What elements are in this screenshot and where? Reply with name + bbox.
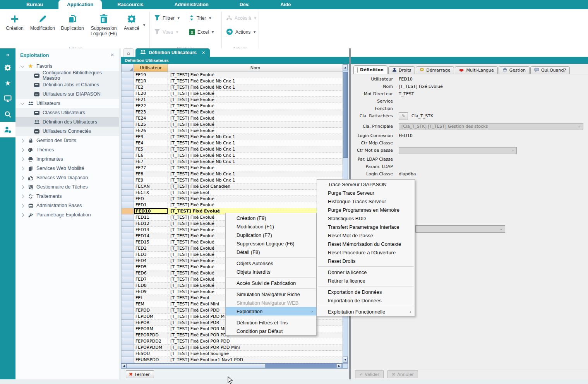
table-row[interactable]: FE24[T_TEST] Fixé Evolué bbox=[121, 115, 343, 122]
cell-utilisateur[interactable]: FE4 bbox=[134, 140, 168, 146]
context-creation-f9[interactable]: Création (F9) bbox=[226, 214, 316, 222]
table-row[interactable]: FE20[T_TEST] Fixé Evolué bbox=[121, 91, 343, 97]
cell-utilisateur[interactable]: FEPOR bbox=[134, 320, 168, 326]
scroll-right-icon[interactable]: ▶ bbox=[336, 363, 342, 368]
row-selector[interactable] bbox=[121, 91, 134, 97]
sidebar-item-classes-utilisateurs[interactable]: Classes Utilisateurs bbox=[15, 108, 119, 117]
row-selector[interactable] bbox=[121, 276, 134, 283]
cell-utilisateur[interactable]: FE6 bbox=[134, 153, 168, 159]
cell-utilisateur[interactable]: FED6 bbox=[134, 270, 168, 276]
cell-utilisateur[interactable]: FEPDDM bbox=[134, 314, 168, 320]
submenu-importation-de-donnees[interactable]: Importation de Données bbox=[317, 296, 415, 305]
context-condition-par-defaut[interactable]: Condition par Défaut bbox=[226, 327, 316, 335]
row-selector[interactable] bbox=[121, 326, 134, 332]
cell-utilisateur[interactable]: FE8 bbox=[134, 171, 168, 177]
row-selector[interactable] bbox=[121, 78, 134, 84]
fermer-button[interactable]: ✖ Fermer bbox=[126, 370, 154, 378]
cell-nom[interactable]: [T_TEST] Fixé Evolué Nb Cnx 1 bbox=[168, 153, 343, 159]
row-selector[interactable] bbox=[121, 171, 134, 177]
table-row[interactable]: FE2[T_TEST] Fixé Evolué Nb Cnx 1 bbox=[121, 84, 343, 91]
cell-utilisateur[interactable]: FED5 bbox=[134, 264, 168, 270]
tab-droits[interactable]: Droits bbox=[388, 66, 415, 74]
row-selector[interactable] bbox=[121, 332, 134, 338]
row-selector[interactable] bbox=[121, 208, 134, 214]
trier-button[interactable]: Trier ▼ bbox=[189, 13, 212, 23]
cell-nom[interactable]: [T_TEST] Fixé Evolué bbox=[168, 91, 343, 97]
context-definition-filtres-et-tris[interactable]: Définition Filtres et Tris bbox=[226, 318, 316, 327]
scroll-left-icon[interactable]: ◀ bbox=[121, 363, 127, 368]
table-row[interactable]: FE7[T_TEST] Fixé Evolué Nb Cnx 1 bbox=[121, 159, 343, 165]
cell-utilisateur[interactable]: FE26 bbox=[134, 128, 168, 134]
table-row[interactable]: FECAN[T_TEST] Fixé Evol Canadien bbox=[121, 183, 343, 190]
cell-nom[interactable]: [T_TEST] Fixé Evolué bbox=[168, 165, 343, 171]
menu-application[interactable]: Application bbox=[58, 0, 102, 9]
menu-bureau[interactable]: Bureau bbox=[11, 0, 58, 9]
cell-nom[interactable]: [T_TEST] Fixé Evol POR PDD bbox=[168, 338, 343, 345]
cell-utilisateur[interactable]: FE77 bbox=[134, 165, 168, 171]
cell-utilisateur[interactable]: FED3 bbox=[134, 252, 168, 258]
sidebar-item-parametrage-exploitation[interactable]: Paramétrage Exploitation bbox=[15, 210, 119, 219]
row-selector[interactable] bbox=[121, 258, 134, 264]
table-row[interactable]: FE77[T_TEST] Fixé Evolué bbox=[121, 165, 343, 171]
cell-utilisateur[interactable]: FED14 bbox=[134, 233, 168, 239]
vertical-scroll-thumb[interactable] bbox=[343, 72, 348, 158]
cell-nom[interactable]: [T_TEST] Fixé Evolué bbox=[168, 97, 343, 103]
row-selector[interactable] bbox=[121, 202, 134, 208]
table-row[interactable]: FED[T_TEST] Fixé Evolué bbox=[121, 196, 343, 202]
cell-utilisateur[interactable]: FED10 bbox=[134, 208, 168, 214]
scroll-up-icon[interactable]: ▲ bbox=[343, 64, 348, 70]
cell-utilisateur[interactable]: FED9 bbox=[134, 289, 168, 295]
row-selector[interactable] bbox=[121, 227, 134, 233]
submenu-purge-trace-serveur[interactable]: Purge Trace Serveur bbox=[317, 189, 415, 197]
table-row[interactable]: FECTX[T_TEST] Fixé Evol bbox=[121, 190, 343, 196]
tab-definition-utilisateurs[interactable]: Définition Utilisateurs ✕ bbox=[135, 48, 210, 57]
submenu-retirer-la-licence[interactable]: Retirer la licence bbox=[317, 276, 415, 285]
select-all-header[interactable] bbox=[121, 64, 134, 72]
horizontal-scrollbar[interactable]: ◀ ▶ bbox=[121, 363, 348, 369]
row-selector[interactable] bbox=[121, 307, 134, 314]
row-selector[interactable] bbox=[121, 97, 134, 103]
chevron-closed-icon[interactable] bbox=[21, 185, 24, 189]
row-selector[interactable] bbox=[121, 115, 134, 122]
table-row[interactable]: FE25[T_TEST] Fixé Evolué bbox=[121, 122, 343, 128]
chevron-open-icon[interactable] bbox=[21, 101, 24, 105]
cell-nom[interactable]: [T_TEST] Fixé Evolué Nb Cnx 1 bbox=[168, 146, 343, 153]
column-header-utilisateur[interactable]: Utilisateur bbox=[134, 64, 168, 72]
cell-nom[interactable]: [T_TEST] Fixé Evolué Nb Cnx 1 bbox=[168, 171, 343, 177]
user-rights-icon[interactable] bbox=[0, 122, 15, 137]
chevron-open-icon[interactable] bbox=[21, 64, 24, 68]
cell-utilisateur[interactable]: FED12 bbox=[134, 221, 168, 227]
tab-demarrage[interactable]: Démarrage bbox=[416, 66, 454, 74]
creation-button[interactable]: Création bbox=[4, 12, 26, 40]
field-select[interactable]: ⌄ bbox=[399, 147, 517, 154]
field-select[interactable]: [Cla_T_STK] [T_TEST] Gestion des stocks⌄ bbox=[399, 123, 583, 130]
cell-utilisateur[interactable]: FEPORM bbox=[134, 326, 168, 332]
cell-utilisateur[interactable]: FEPORPDD bbox=[134, 332, 168, 338]
table-row[interactable]: FEPORPDDM[T_TEST] Fixé Evol POR PDD Mini bbox=[121, 345, 343, 351]
submenu-reset-memorisation-du-contexte[interactable]: Reset Mémorisation du Contexte bbox=[317, 240, 415, 248]
cell-utilisateur[interactable]: FE3 bbox=[134, 134, 168, 140]
search-icon[interactable] bbox=[0, 106, 15, 122]
sidebar-item-administration-bases[interactable]: Administration Bases bbox=[15, 201, 119, 210]
sidebar-item-configuration-bibliotheques-maestro[interactable]: Configuration Bibliothèques Maestro bbox=[15, 71, 119, 80]
sidebar-item-utilisateurs[interactable]: Utilisateurs bbox=[15, 99, 119, 108]
excel-button[interactable]: x Excel ▼ bbox=[189, 27, 214, 37]
desktop-icon[interactable] bbox=[0, 91, 15, 106]
suppression-button[interactable]: Suppression Logique (F6) bbox=[88, 12, 119, 40]
table-row[interactable]: FED1[T_TEST] Fixé Evolué bbox=[121, 202, 343, 208]
sidebar-item-gestion-des-droits[interactable]: Gestion des Droits bbox=[15, 136, 119, 145]
sidebar-item-utilisateurs-connectes[interactable]: Utilisateurs Connectés bbox=[15, 127, 119, 136]
cell-utilisateur[interactable]: FE24 bbox=[134, 115, 168, 122]
row-selector[interactable] bbox=[121, 177, 134, 183]
row-selector[interactable] bbox=[121, 338, 134, 345]
chevron-closed-icon[interactable] bbox=[21, 204, 24, 207]
sidebar-item-definition-jobs-et-chaines[interactable]: Définition Jobs et Chaînes bbox=[15, 80, 119, 89]
tab-home[interactable]: ⌂ bbox=[123, 48, 134, 57]
cell-nom[interactable]: [T_TEST] Fixé Evolué Nb Cnx 1 bbox=[168, 159, 343, 165]
cell-utilisateur[interactable]: FESOU bbox=[134, 351, 168, 357]
submenu-statistiques-bdd[interactable]: Statistiques BDD bbox=[317, 214, 415, 223]
row-selector[interactable] bbox=[121, 320, 134, 326]
cell-utilisateur[interactable]: FEPORPDDM bbox=[134, 345, 168, 351]
cell-utilisateur[interactable]: FE20 bbox=[134, 91, 168, 97]
table-row[interactable]: FE1R[T_TEST] Fixé Evolué Nb Cnx 1 bbox=[121, 78, 343, 84]
